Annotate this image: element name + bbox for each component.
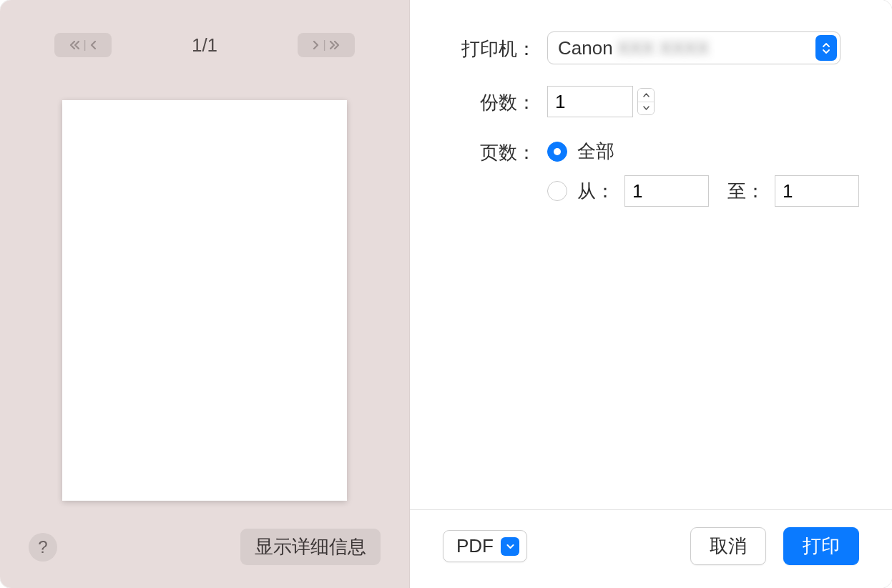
copies-stepper-up[interactable] xyxy=(638,89,654,102)
pages-to-input[interactable] xyxy=(775,175,859,207)
chevron-left-icon xyxy=(90,40,97,51)
print-button[interactable]: 打印 xyxy=(783,527,859,565)
pdf-label: PDF xyxy=(456,535,494,557)
printer-select[interactable]: CanonXXX XXXX xyxy=(547,31,840,64)
pages-all-row: 全部 xyxy=(547,139,859,164)
pages-range-row: 从： 至： xyxy=(547,175,859,207)
chevron-right-icon xyxy=(313,40,319,51)
print-dialog: | 1/1 | ? 显示详细信息 xyxy=(0,0,892,588)
pages-row: 页数： 全部 从： 至： xyxy=(410,139,859,207)
chevron-down-icon xyxy=(643,106,650,110)
pages-range-radio[interactable] xyxy=(547,181,567,201)
cancel-button[interactable]: 取消 xyxy=(690,527,766,565)
chevron-double-right-icon xyxy=(330,40,340,51)
copies-input[interactable] xyxy=(547,86,633,117)
page-indicator: 1/1 xyxy=(192,34,217,57)
chevron-down-icon xyxy=(501,537,519,556)
chevron-double-left-icon xyxy=(69,40,79,51)
preview-pane: | 1/1 | ? 显示详细信息 xyxy=(0,0,410,588)
help-button[interactable]: ? xyxy=(29,533,57,562)
pages-all-radio[interactable] xyxy=(547,142,567,162)
settings-body: 打印机： CanonXXX XXXX 份数： xyxy=(410,0,892,509)
nav-separator: | xyxy=(323,39,325,52)
pages-from-label: 从： xyxy=(577,179,614,204)
prev-page-button[interactable]: | xyxy=(54,33,112,57)
settings-pane: 打印机： CanonXXX XXXX 份数： xyxy=(410,0,892,588)
printer-label: 打印机： xyxy=(410,35,547,62)
preview-header: | 1/1 | xyxy=(0,0,409,72)
copies-stepper xyxy=(637,88,655,115)
printer-value: CanonXXX XXXX xyxy=(558,37,709,59)
printer-model-obscured: XXX XXXX xyxy=(617,37,710,59)
page-preview xyxy=(62,100,347,501)
copies-row: 份数： xyxy=(410,86,859,117)
nav-separator: | xyxy=(83,39,86,52)
chevron-up-icon xyxy=(643,93,650,97)
pages-all-label: 全部 xyxy=(577,139,614,164)
updown-arrows-icon xyxy=(815,35,837,61)
next-page-button[interactable]: | xyxy=(298,33,355,57)
copies-stepper-down[interactable] xyxy=(638,102,654,115)
pages-from-input[interactable] xyxy=(624,175,709,207)
settings-footer: PDF 取消 打印 xyxy=(410,509,892,588)
pages-label: 页数： xyxy=(410,139,547,165)
copies-label: 份数： xyxy=(410,89,547,115)
printer-value-text: Canon xyxy=(558,37,613,59)
footer-actions: 取消 打印 xyxy=(690,527,859,565)
pages-group: 全部 从： 至： xyxy=(547,139,859,207)
preview-footer: ? 显示详细信息 xyxy=(0,529,409,565)
pages-to-label: 至： xyxy=(727,179,765,204)
pdf-menu-button[interactable]: PDF xyxy=(443,530,527,562)
printer-row: 打印机： CanonXXX XXXX xyxy=(410,31,859,64)
show-details-button[interactable]: 显示详细信息 xyxy=(240,529,381,565)
